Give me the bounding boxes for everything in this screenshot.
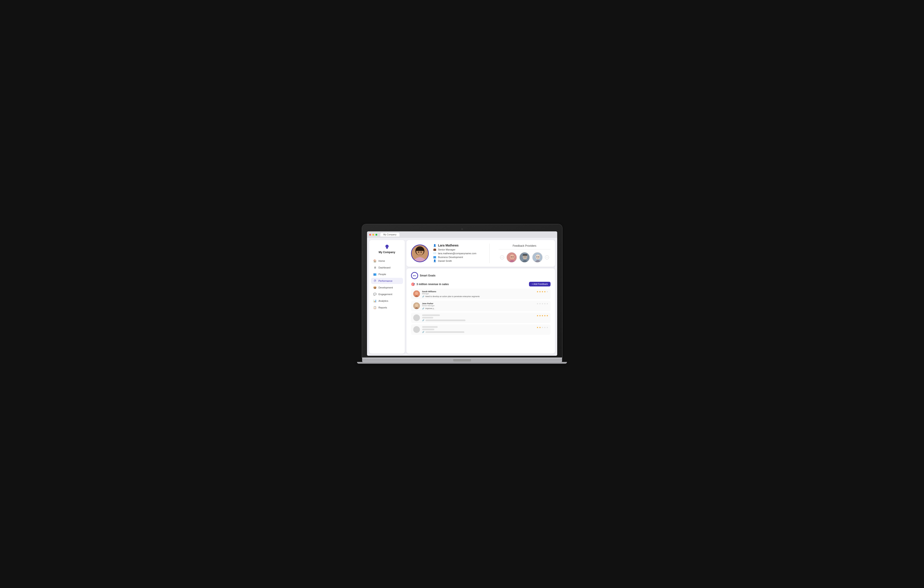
nav-icon-home: 🏠 [373,259,377,262]
sidebar-item-engagement[interactable]: 💬 Engagement [371,291,403,297]
nav-label-reports: Reports [379,306,387,309]
svg-rect-14 [523,254,527,255]
feedback-rating-g2: ★ ★ ★ ★ ★ [536,326,548,329]
nav-label-people: People [379,273,386,275]
placeholder-comment-g2 [426,331,464,333]
goal-item-title-wrap: 🎯 3 million revenue in sales [411,282,449,286]
nav-icon-reports: 📋 [373,306,377,309]
org-icon: 👥 [433,255,436,259]
svg-point-17 [536,256,538,257]
svg-point-18 [538,256,539,257]
feedback-row-sw: Sarah Williams Manager 🔗 Need to develop… [411,289,551,299]
email-icon: ✉️ [433,252,436,255]
goal-title: 3 million revenue in sales [417,283,449,286]
svg-point-13 [525,256,526,257]
feedback-avatar-3[interactable] [532,252,543,263]
profile-email: lara.mathews@companyname.com [438,252,477,255]
profile-name: Lara Mathews [438,244,459,247]
profile-name-row: 👤 Lara Mathews [433,244,485,247]
laptop-foot [357,362,567,364]
comment-icon-sw: 🔗 [422,296,424,298]
goal-item-header: 🎯 3 million revenue in sales + Add Feedb… [411,282,551,287]
feedback-rating-jp: ★ ★ ★ ★ ★ [536,302,548,305]
sidebar-item-performance[interactable]: ⏱ Performance [371,278,403,284]
sidebar-item-reports[interactable]: 📋 Reports [371,305,403,311]
browser-minimize-dot[interactable] [372,234,374,236]
placeholder-role-g1 [422,317,433,318]
profile-dept-row: 👥 Business Development [433,255,485,259]
placeholder-name-g2 [422,326,438,328]
comment-icon-jp: 🔗 [422,308,424,310]
laptop-base [362,357,562,362]
goals-title: Smart Goals [420,274,436,277]
nav-icon-engagement: 💬 [373,293,377,296]
app-content: My Company 🏠 Home 🖥 Dashboard 👥 People ⏱… [367,238,557,356]
nav-icon-performance: ⏱ [373,279,377,282]
feedback-avatar-g1 [413,315,420,321]
svg-point-8 [511,256,512,257]
feedback-providers-title: Feedback Providers [498,244,551,247]
nav-items: 🏠 Home 🖥 Dashboard 👥 People ⏱ Performanc… [369,258,405,311]
logo-icon [384,244,390,250]
placeholder-comment-g1 [426,320,465,321]
feedback-content-sw: Sarah Williams Manager 🔗 Need to develop… [422,290,534,298]
add-feedback-button[interactable]: + Add Feedback [529,282,551,287]
feedback-prev-button[interactable]: ‹ [500,255,504,259]
browser-tab[interactable]: My Company [380,233,400,237]
sidebar-item-people[interactable]: 👥 People [371,271,403,277]
feedback-next-button[interactable]: › [545,255,549,259]
browser-maximize-dot[interactable] [375,234,377,236]
feedback-avatars: ‹ [498,252,551,263]
feedback-comment-sw: 🔗 Need to develop an action plan to pene… [422,295,534,298]
feedback-avatar-1[interactable] [507,252,517,263]
svg-point-16 [536,254,540,259]
placeholder-name-g1 [422,315,440,316]
sidebar-item-analytics[interactable]: 📊 Analytics [371,298,403,304]
feedback-row-g1: 🔗 ★ ★ ★ ★ ★ [411,313,551,323]
feedback-rating-sw: ★ ★ ★ ★ ★ [536,290,548,293]
manager-icon: 👤 [433,259,436,262]
briefcase-icon: 💼 [433,248,436,251]
svg-point-22 [415,304,418,307]
nav-icon-dashboard: 🖥 [373,266,377,269]
sidebar: My Company 🏠 Home 🖥 Dashboard 👥 People ⏱… [369,240,405,354]
svg-point-12 [524,256,525,257]
placeholder-role-g2 [422,329,434,330]
feedback-rating-g1: ★ ★ ★ ★ ★ [536,315,548,317]
feedback-avatar-2[interactable] [519,252,530,263]
feedback-providers-section: Feedback Providers ‹ [494,244,551,263]
feedback-content-g1: 🔗 [422,315,534,321]
feedback-row-g2: 🔗 ★ ★ ★ ★ ★ [411,324,551,335]
nav-label-engagement: Engagement [379,293,392,296]
goals-card: 80% Smart Goals 🎯 3 million revenue in s… [407,268,555,354]
star-2: ★ [539,290,541,293]
feedback-avatar-g2 [413,326,420,333]
browser-bar: My Company [367,231,557,238]
nav-icon-analytics: 📊 [373,299,377,302]
feedback-content-g2: 🔗 [422,326,534,333]
svg-point-5 [421,252,422,253]
profile-manager-row: 👤 Daniel Smith [433,259,485,262]
nav-label-development: Development [379,286,393,289]
profile-manager: Daniel Smith [438,260,452,262]
feedback-name-sw: Sarah Williams [422,290,534,293]
nav-icon-development: 📦 [373,286,377,289]
sidebar-logo: My Company [379,244,395,257]
nav-label-home: Home [379,260,385,262]
sidebar-item-development[interactable]: 📦 Development [371,285,403,291]
sidebar-item-home[interactable]: 🏠 Home [371,258,403,264]
feedback-role-sw: Manager [422,293,534,295]
profile-avatar-wrapper [411,244,429,262]
browser-close-dot[interactable] [369,234,371,236]
company-name: My Company [379,251,395,254]
feedback-name-jp: Jane Parker [422,302,534,305]
profile-card: 👤 Lara Mathews 💼 Senior Manager ✉️ lara.… [407,240,555,267]
main-content: 👤 Lara Mathews 💼 Senior Manager ✉️ lara.… [407,238,557,356]
comment-icon-g1: 🔗 [422,319,424,321]
screen: My Company My Compan [367,231,557,356]
feedback-avatar-sw [413,290,420,297]
star-1: ★ [536,290,538,293]
nav-label-performance: Performance [379,280,393,282]
feedback-list: Sarah Williams Manager 🔗 Need to develop… [411,289,551,335]
sidebar-item-dashboard[interactable]: 🖥 Dashboard [371,265,403,271]
